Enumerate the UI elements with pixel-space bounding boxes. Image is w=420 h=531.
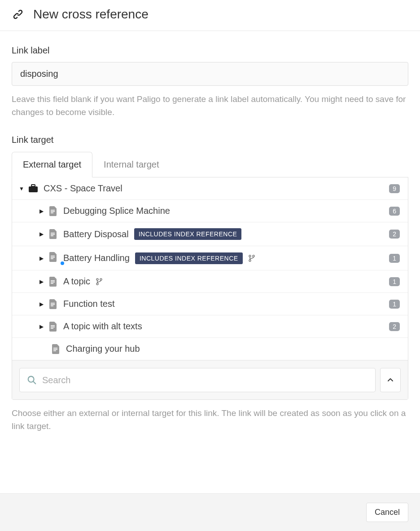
link-label-help: Leave this field blank if you want Palig… <box>12 93 408 119</box>
branch-icon <box>96 278 103 285</box>
tree-row-label: Debugging Splice Machine <box>63 206 170 216</box>
link-label-field-label: Link label <box>12 45 408 56</box>
expand-toggle-icon[interactable]: ▼ <box>18 186 25 192</box>
tree-root[interactable]: ▼ CXS - Space Travel 9 <box>12 177 408 200</box>
count-badge: 1 <box>389 277 400 286</box>
includes-index-ref-badge: INCLUDES INDEX REFERENCE <box>135 252 243 264</box>
document-icon <box>48 206 58 216</box>
expand-toggle-icon[interactable]: ▶ <box>38 231 44 237</box>
count-badge: 9 <box>389 184 400 193</box>
expand-toggle-icon[interactable]: ▶ <box>38 301 44 307</box>
document-icon <box>48 229 58 239</box>
svg-line-9 <box>33 381 36 384</box>
cancel-button[interactable]: Cancel <box>366 503 408 522</box>
includes-index-ref-badge: INCLUDES INDEX REFERENCE <box>134 228 242 240</box>
document-modified-icon <box>48 252 63 264</box>
tree-row-label: CXS - Space Travel <box>44 183 122 194</box>
tree-row[interactable]: ▶ Battery Disposal INCLUDES INDEX REFERE… <box>12 222 408 246</box>
document-icon <box>48 299 58 309</box>
dialog-header: New cross reference <box>0 0 420 31</box>
tree-row-label: Function test <box>63 299 115 309</box>
tree-row-label: A topic <box>63 276 90 287</box>
tree-row[interactable]: ▶ Battery Handling INCLUDES INDEX REFERE… <box>12 246 408 270</box>
expand-toggle-icon[interactable]: ▶ <box>38 323 44 330</box>
collapse-button[interactable] <box>380 368 401 392</box>
tree-row[interactable]: ▶ Function test 1 <box>12 293 408 315</box>
count-badge: 6 <box>389 207 400 216</box>
link-label-input[interactable] <box>12 62 408 86</box>
chevron-up-icon <box>387 376 394 384</box>
expand-toggle-icon[interactable]: ▶ <box>38 208 44 214</box>
count-badge: 2 <box>389 230 400 239</box>
link-target-help: Choose either an external or internal ta… <box>12 407 408 433</box>
link-target-field-label: Link target <box>12 135 408 145</box>
count-badge: 1 <box>389 300 400 309</box>
dialog-title: New cross reference <box>33 7 149 22</box>
tree-row-label: A topic with alt texts <box>63 321 142 332</box>
expand-toggle-icon[interactable]: ▶ <box>38 255 44 261</box>
document-icon <box>48 322 58 332</box>
search-box[interactable] <box>19 368 376 392</box>
tree-row[interactable]: ▶ Debugging Splice Machine 6 <box>12 200 408 222</box>
search-input[interactable] <box>42 375 368 385</box>
link-chain-icon <box>12 8 24 21</box>
search-row <box>12 360 408 399</box>
tab-external-target[interactable]: External target <box>12 152 92 177</box>
document-icon <box>48 277 58 287</box>
count-badge: 1 <box>389 254 400 263</box>
document-icon <box>51 344 61 354</box>
target-tabs: External target Internal target <box>12 151 408 177</box>
count-badge: 2 <box>389 322 400 331</box>
expand-toggle-icon[interactable]: ▶ <box>38 279 44 285</box>
dialog-footer: Cancel <box>0 493 420 531</box>
briefcase-icon <box>28 184 38 194</box>
tree-row-label: Charging your hub <box>66 344 140 354</box>
target-tree-panel: ▼ CXS - Space Travel 9 ▶ Debugging Splic… <box>12 177 408 400</box>
branch-icon <box>248 255 255 262</box>
tree-row[interactable]: ▶ A topic with alt texts 2 <box>12 315 408 338</box>
tree-row-label: Battery Handling <box>63 253 130 263</box>
tree-row[interactable]: ▶ A topic 1 <box>12 270 408 293</box>
tree-row[interactable]: Charging your hub <box>12 338 408 360</box>
tree-row-label: Battery Disposal <box>63 229 129 239</box>
tab-internal-target[interactable]: Internal target <box>92 152 170 177</box>
search-icon <box>27 375 37 385</box>
